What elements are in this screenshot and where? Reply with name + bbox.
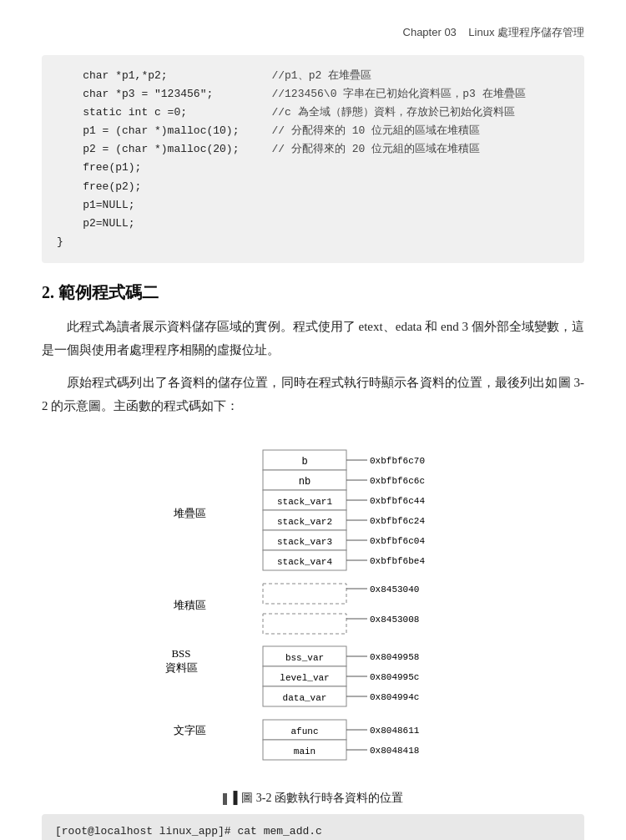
- svg-text:afunc: afunc: [290, 726, 318, 736]
- code-line: free(p1);: [57, 159, 569, 177]
- code-text: char *p3 = "123456";: [57, 85, 271, 104]
- chapter-title: Linux 處理程序儲存管理: [468, 26, 584, 38]
- svg-text:data_var: data_var: [283, 693, 327, 703]
- svg-text:0x804994c: 0x804994c: [370, 692, 419, 702]
- code-line: p1=NULL;: [57, 196, 569, 215]
- code-line: char *p1,*p2; //p1、p2 在堆疊區: [57, 67, 569, 85]
- svg-text:0xbfbf6c04: 0xbfbf6c04: [370, 536, 425, 546]
- code-text: static int c =0;: [57, 104, 271, 122]
- svg-text:0xbfbf6c44: 0xbfbf6c44: [370, 496, 425, 506]
- svg-text:0x804995c: 0x804995c: [370, 672, 419, 682]
- svg-text:level_var: level_var: [280, 673, 329, 683]
- code-line: free(p2);: [57, 178, 569, 196]
- svg-text:0x8048418: 0x8048418: [370, 746, 419, 756]
- svg-text:stack_var2: stack_var2: [277, 517, 332, 527]
- section-2-para1: 此程式為讀者展示資料儲存區域的實例。程式使用了 etext、edata 和 en…: [42, 316, 584, 362]
- code-text: p1 = (char *)malloc(10);: [57, 122, 271, 140]
- code-text: }: [57, 233, 265, 251]
- svg-rect-24: [263, 584, 346, 604]
- svg-text:nb: nb: [299, 476, 310, 488]
- diagram: 堆疊區 b 0xbfbf6c70 nb 0xbfbf6c6c stack_var…: [138, 433, 488, 784]
- svg-text:0xbfbf6c70: 0xbfbf6c70: [370, 456, 425, 466]
- code-text: char *p1,*p2;: [57, 67, 271, 85]
- data-label: 資料區: [165, 661, 198, 674]
- diagram-container: 堆疊區 b 0xbfbf6c70 nb 0xbfbf6c6c stack_var…: [42, 433, 584, 806]
- bss-label: BSS: [171, 647, 190, 660]
- svg-rect-27: [263, 614, 346, 634]
- code-line: char *p3 = "123456"; //123456\0 字串在已初始化資…: [57, 85, 569, 104]
- section-2-para2: 原始程式碼列出了各資料的儲存位置，同時在程式執行時顯示各資料的位置，最後列出如圖…: [42, 372, 584, 418]
- svg-text:b: b: [301, 456, 307, 468]
- svg-text:0xbfbf6c6c: 0xbfbf6c6c: [370, 476, 425, 486]
- code-comment: //c 為全域（靜態）資料，存放於已初始化資料區: [271, 104, 514, 122]
- svg-text:0x8049958: 0x8049958: [370, 652, 419, 662]
- svg-text:stack_var4: stack_var4: [277, 557, 332, 567]
- page: Chapter 03 Linux 處理程序儲存管理 char *p1,*p2; …: [0, 0, 626, 840]
- svg-text:0x8453008: 0x8453008: [370, 615, 419, 625]
- svg-text:0xbfbf6c24: 0xbfbf6c24: [370, 516, 425, 526]
- code-text: free(p2);: [57, 178, 271, 196]
- stack-label: 堆疊區: [173, 507, 206, 519]
- diagram-caption: ▌圖 3-2 函數執行時各資料的位置: [223, 791, 403, 806]
- svg-text:main: main: [294, 746, 316, 757]
- code-comment: // 分配得來的 10 位元組的區域在堆積區: [271, 122, 480, 140]
- heap-label: 堆積區: [173, 599, 206, 611]
- code-line: p2=NULL;: [57, 215, 569, 233]
- code-comment: //123456\0 字串在已初始化資料區，p3 在堆疊區: [271, 85, 525, 104]
- section-2-title: 2. 範例程式碼二: [42, 281, 584, 304]
- chapter-label: Chapter 03: [403, 26, 457, 38]
- code-line: p2 = (char *)malloc(20); // 分配得來的 20 位元組…: [57, 140, 569, 159]
- svg-text:stack_var3: stack_var3: [277, 537, 332, 547]
- code-comment: // 分配得來的 20 位元組的區域在堆積區: [271, 140, 480, 159]
- svg-text:0xbfbf6be4: 0xbfbf6be4: [370, 556, 425, 566]
- code-block-2: [root@localhost linux_app]# cat mem_add.…: [42, 814, 584, 840]
- caption-bar: [223, 793, 227, 805]
- page-header: Chapter 03 Linux 處理程序儲存管理: [42, 25, 584, 40]
- svg-text:0x8048611: 0x8048611: [370, 726, 420, 736]
- code-block-1: char *p1,*p2; //p1、p2 在堆疊區 char *p3 = "1…: [42, 55, 584, 263]
- code-text: p2=NULL;: [57, 215, 271, 233]
- svg-text:stack_var1: stack_var1: [277, 497, 332, 507]
- svg-text:0x8453040: 0x8453040: [370, 584, 419, 595]
- svg-text:bss_var: bss_var: [285, 653, 324, 663]
- code-line: }: [57, 233, 569, 251]
- diagram-svg: 堆疊區 b 0xbfbf6c70 nb 0xbfbf6c6c stack_var…: [138, 433, 488, 784]
- code-line: [root@localhost linux_app]# cat mem_add.…: [55, 822, 571, 840]
- code-text: p1=NULL;: [57, 196, 271, 215]
- code-line: p1 = (char *)malloc(10); // 分配得來的 10 位元組…: [57, 122, 569, 140]
- text-label: 文字區: [174, 724, 206, 736]
- code-text: p2 = (char *)malloc(20);: [57, 140, 271, 159]
- code-text: free(p1);: [57, 159, 271, 177]
- code-line: static int c =0; //c 為全域（靜態）資料，存放於已初始化資料…: [57, 104, 569, 122]
- code-comment: //p1、p2 在堆疊區: [271, 67, 371, 85]
